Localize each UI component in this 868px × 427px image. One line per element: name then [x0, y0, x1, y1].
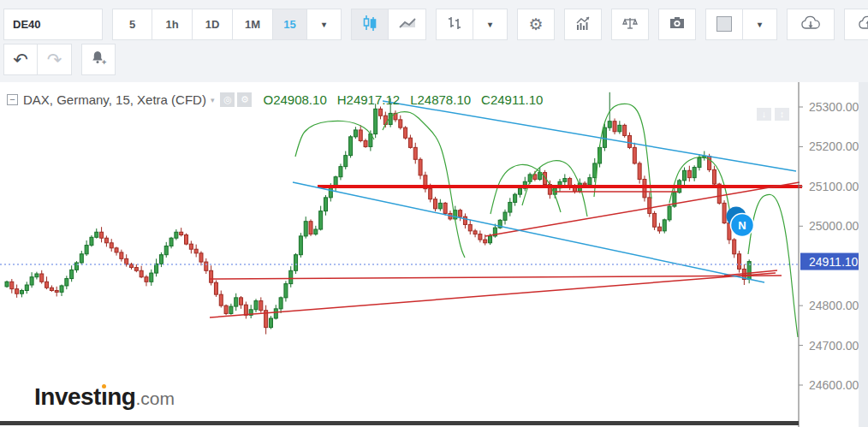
candle-body	[434, 199, 437, 209]
candle-body	[164, 246, 168, 255]
candle-body	[25, 285, 28, 291]
candle-body	[205, 262, 208, 270]
candle-body	[583, 183, 586, 185]
timeframe-1d[interactable]: 1D	[193, 9, 233, 40]
template-button[interactable]	[705, 9, 743, 40]
candle-body	[235, 298, 238, 306]
chart-type-candles-button[interactable]	[351, 9, 389, 40]
candle-body	[104, 238, 108, 243]
indicators-button[interactable]	[564, 9, 602, 40]
candle-body	[339, 167, 342, 177]
chart-style-dropdown-caret[interactable]: ▾	[473, 9, 508, 40]
scale-down-button[interactable]: ↓	[757, 108, 771, 121]
candle-body	[693, 168, 696, 178]
candle-body	[120, 252, 123, 258]
candle-body	[408, 138, 412, 147]
timeframe-15-selected[interactable]: 15	[273, 9, 307, 40]
current-price-badge-label: 24911.10	[809, 255, 859, 269]
logo-tld: .com	[135, 388, 175, 408]
settings-button[interactable]: ⚙	[517, 9, 555, 40]
candle-body	[219, 294, 223, 305]
candle-body	[155, 264, 158, 273]
high-label: H	[337, 92, 347, 107]
timeframe-1h[interactable]: 1h	[152, 9, 193, 40]
candle-body	[194, 249, 198, 253]
flat-support[interactable]	[210, 276, 782, 279]
candle-body	[643, 180, 646, 198]
instrument-title[interactable]: DAX, Germany, 15, Xetra (CFD)	[23, 92, 206, 107]
candle-body	[459, 211, 462, 216]
snapshot-button[interactable]	[658, 9, 696, 40]
candle-body	[65, 279, 68, 286]
candle-body	[503, 212, 507, 220]
candle-body	[294, 255, 298, 271]
price-chart-canvas[interactable]: 25300.0025200.0025100.0025000.0024800.00…	[0, 82, 868, 427]
candle-body	[413, 147, 417, 159]
legend-collapse-button[interactable]: −	[7, 94, 18, 105]
timeframe-group: 5 1h 1D 1M 15 ▾	[112, 9, 342, 40]
candle-body	[404, 128, 407, 138]
candle-body	[115, 248, 118, 252]
candle-body	[40, 274, 44, 282]
candle-body	[563, 179, 567, 182]
candle-body	[663, 220, 666, 231]
candlestick-icon	[362, 15, 378, 34]
save-chart-button[interactable]	[844, 9, 868, 40]
redo-button[interactable]: ↷	[38, 44, 72, 75]
candle-body	[379, 109, 383, 116]
scale-auto-button[interactable]: ↕	[775, 108, 789, 121]
candle-body	[489, 236, 492, 243]
candle-body	[314, 229, 318, 234]
candle-body	[259, 301, 263, 311]
candle-body	[5, 282, 9, 287]
news-marker-label: N	[738, 219, 746, 232]
candle-body	[229, 306, 233, 313]
candle-body	[638, 163, 641, 180]
candle-body	[443, 203, 447, 213]
time-axis-edge	[0, 421, 799, 425]
drawing-toolbar: ↶ ↷ +	[0, 41, 868, 80]
candle-body	[100, 232, 104, 238]
gear-icon: ⚙	[528, 15, 543, 34]
undo-button[interactable]: ↶	[3, 44, 38, 75]
candle-body	[613, 122, 616, 132]
timeframe-dropdown-caret[interactable]: ▾	[307, 9, 342, 40]
candle-body	[468, 224, 472, 230]
compare-button[interactable]	[611, 9, 649, 40]
chart-style-bars-button[interactable]	[436, 9, 473, 40]
candle-body	[145, 277, 148, 282]
candle-body	[473, 231, 477, 234]
candle-body	[140, 270, 143, 276]
candle-body	[125, 258, 128, 264]
alert-bell-icon: +	[90, 50, 107, 69]
candle-body	[199, 253, 203, 262]
candle-body	[224, 305, 228, 313]
add-alert-button[interactable]: +	[81, 44, 116, 75]
timeframe-1m[interactable]: 1M	[233, 9, 273, 40]
candle-body	[653, 213, 657, 227]
legend-caret-icon[interactable]: ▾	[211, 96, 215, 104]
candle-body	[618, 125, 621, 131]
scale-adjust-buttons: ↓ ↕	[757, 108, 793, 121]
legend-eye-icon[interactable]: ◎	[220, 92, 235, 107]
indicators-icon	[574, 15, 592, 33]
rising-support-long[interactable]	[210, 273, 776, 317]
descending-channel-lower[interactable]	[293, 182, 764, 282]
chart-type-line-button[interactable]	[389, 9, 426, 40]
timeframe-5[interactable]: 5	[112, 9, 152, 40]
candle-body	[518, 188, 521, 194]
candle-body	[399, 120, 402, 128]
template-dropdown-caret[interactable]: ▾	[743, 9, 777, 40]
low-value: 24878.10	[418, 92, 472, 107]
svg-text:+: +	[102, 58, 106, 67]
candle-body	[80, 254, 83, 263]
legend-gear-icon[interactable]: ⚙	[237, 92, 252, 107]
green-arc-right-drop[interactable]	[748, 194, 798, 337]
symbol-input[interactable]: DE40	[3, 9, 103, 40]
load-chart-button[interactable]	[787, 9, 835, 40]
axis-tick-label: 25000.00	[809, 219, 859, 233]
candle-body	[35, 274, 39, 277]
axis-tick-label: 24700.00	[809, 339, 859, 353]
candle-body	[185, 235, 188, 245]
investing-logo[interactable]: Investıng.com	[34, 383, 175, 411]
